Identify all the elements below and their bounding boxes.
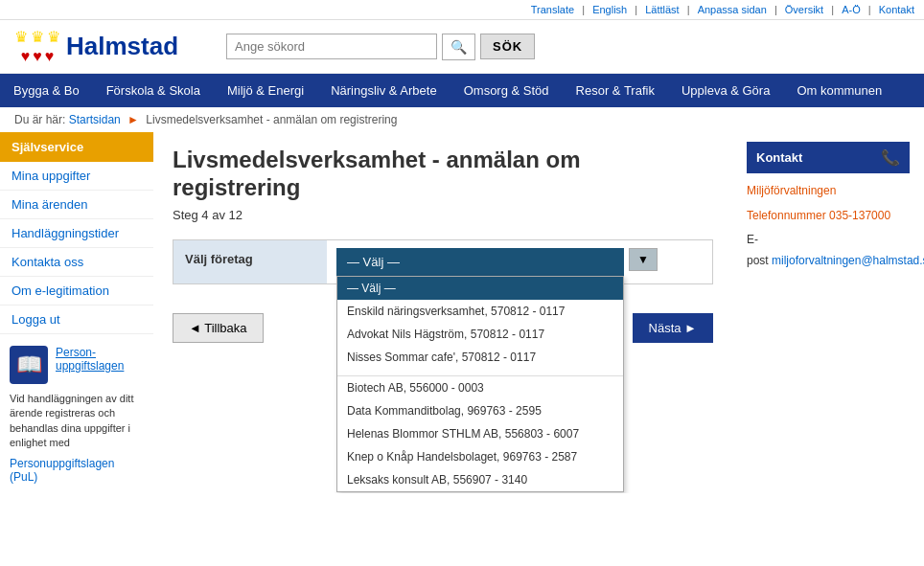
logo-crowns: ♛ ♛ ♛ [14,28,60,46]
oversikt-link[interactable]: Översikt [785,4,823,15]
sidebar-item-mina-uppgifter[interactable]: Mina uppgifter [0,162,153,191]
breadcrumb: Du är här: Startsidan ► Livsmedelsverksa… [0,107,924,132]
back-button[interactable]: ◄ Tillbaka [173,313,264,343]
header: ♛ ♛ ♛ ♥ ♥ ♥ Halmstad 🔍 SÖK [0,20,924,74]
sidebar-item-handlaggningstider[interactable]: Handläggningstider [0,219,153,248]
dropdown-separator [337,369,623,376]
sidebar-item-kontakta-oss[interactable]: Kontakta oss [0,248,153,277]
form-field-company: — Välj — — Välj — Enskild näringsverksam… [327,240,712,283]
sidebar: Självservice Mina uppgifter Mina ärenden… [0,132,153,493]
contact-email-link[interactable]: miljoforvaltningen@halmstad.se [772,254,924,267]
kontakt-link[interactable]: Kontakt [879,4,914,15]
heart-icon-3: ♥ [45,48,55,65]
hearts-row: ♥ ♥ ♥ [21,48,55,65]
dropdown-option-1[interactable]: Enskild näringsverksamhet, 570812 - 0117 [337,300,623,323]
dropdown-selected[interactable]: — Välj — [336,248,624,276]
logo-text: Halmstad [66,32,178,61]
contact-box: Kontakt 📞 Miljöförvaltningen Telefonnumm… [732,132,924,493]
breadcrumb-separator: ► [127,113,139,126]
nav-naringsliv-arbete[interactable]: Näringsliv & Arbete [317,74,450,107]
dropdown-option-6[interactable]: Helenas Blommor STHLM AB, 556803 - 6007 [337,422,623,445]
page-title: Livsmedelsverksamhet - anmälan om regist… [173,147,713,202]
form-section: Välj företag — Välj — — Välj — Enskild n… [173,239,713,284]
nav-om-kommunen[interactable]: Om kommunen [783,74,895,107]
dropdown-option-7[interactable]: Knep o Knåp Handelsbolaget, 969763 - 258… [337,445,623,468]
book-icon: 📖 [10,346,48,384]
main-content: Livsmedelsverksamhet - anmälan om regist… [153,132,732,493]
top-utility-bar: Translate | English | Lättläst | Anpassa… [0,0,924,20]
dropdown-container: — Välj — — Välj — Enskild näringsverksam… [336,248,624,276]
breadcrumb-current: Livsmedelsverksamhet - anmälan om regist… [146,113,397,126]
form-row-company: Välj företag — Välj — — Välj — Enskild n… [173,240,712,283]
form-label-company: Välj företag [173,240,327,283]
heart-icon-1: ♥ [21,48,31,65]
step-info: Steg 4 av 12 [173,208,713,222]
crown-icon-2: ♛ [31,28,44,46]
crown-icon-1: ♛ [14,28,28,46]
logo-area: ♛ ♛ ♛ ♥ ♥ ♥ Halmstad [14,28,178,65]
nav-forskola-skola[interactable]: Förskola & Skola [93,74,214,107]
dropdown-option-5[interactable]: Data Kommanditbolag, 969763 - 2595 [337,399,623,422]
logo-block: ♛ ♛ ♛ ♥ ♥ ♥ [14,28,60,65]
sidebar-item-e-legitimation[interactable]: Om e-legitimation [0,277,153,306]
search-button[interactable]: SÖK [480,34,535,59]
sidebar-item-mina-arenden[interactable]: Mina ärenden [0,191,153,219]
contact-title: Kontakt [756,150,802,165]
dropdown-wrapper: — Välj — — Välj — Enskild näringsverksam… [336,248,703,276]
contact-email: E-post miljoforvaltningen@halmstad.se [747,230,910,271]
personuppgiftslagen-link[interactable]: Person-uppgiftslagen [56,346,144,373]
lattlast-link[interactable]: Lättläst [645,4,679,15]
nav-miljo-energi[interactable]: Miljö & Energi [214,74,317,107]
dropdown-option-4[interactable]: Biotech AB, 556000 - 0003 [337,376,623,399]
nav-omsorg-stod[interactable]: Omsorg & Stöd [450,74,563,107]
dropdown-option-3[interactable]: Nisses Sommar cafe', 570812 - 0117 [337,346,623,369]
dropdown-option-2[interactable]: Advokat Nils Hägström, 570812 - 0117 [337,323,623,346]
dropdown-option-8[interactable]: Leksaks konsult AB, 556907 - 3140 [337,468,623,491]
translate-link[interactable]: Translate [531,4,574,15]
search-icon-button[interactable]: 🔍 [442,34,475,60]
sidebar-item-logga-ut[interactable]: Logga ut [0,306,153,334]
breadcrumb-home[interactable]: Startsidan [69,113,121,126]
nav-resor-trafik[interactable]: Resor & Trafik [563,74,668,107]
heart-icon-2: ♥ [33,48,42,65]
contact-org: Miljöförvaltningen [747,181,910,202]
ao-link[interactable]: A-Ö [842,4,861,15]
sidebar-title: Självservice [0,132,153,162]
sidebar-pul-link: Personuppgiftslagen (PuL) [0,457,153,493]
crown-icon-3: ♛ [47,28,60,46]
pul-link[interactable]: Personuppgiftslagen (PuL) [10,457,114,484]
nav-uppleva-gora[interactable]: Uppleva & Göra [668,74,784,107]
dropdown-selected-text: — Välj — [347,255,400,269]
contact-info: Miljöförvaltningen Telefonnummer 035-137… [747,181,910,271]
dropdown-arrow-button[interactable]: ▼ [629,248,658,271]
nav-bygga-bo[interactable]: Bygga & Bo [0,74,93,107]
sidebar-book-section: 📖 Person-uppgiftslagen [0,334,153,392]
search-area: 🔍 SÖK [226,34,535,60]
sidebar-pul-text: Vid handläggningen av ditt ärende regist… [0,392,153,457]
sidebar-menu: Mina uppgifter Mina ärenden Handläggning… [0,162,153,334]
contact-tel: Telefonnummer 035-137000 [747,206,910,227]
dropdown-option-0[interactable]: — Välj — [337,277,623,300]
anpassa-link[interactable]: Anpassa sidan [698,4,767,15]
contact-header: Kontakt 📞 [747,142,910,173]
search-input[interactable] [226,34,437,59]
english-link[interactable]: English [592,4,627,15]
dropdown-list: — Välj — Enskild näringsverksamhet, 5708… [336,276,624,492]
main-nav: Bygga & Bo Förskola & Skola Miljö & Ener… [0,74,924,107]
phone-icon: 📞 [881,148,900,167]
content-area: Självservice Mina uppgifter Mina ärenden… [0,132,924,493]
next-button[interactable]: Nästa ► [633,313,713,343]
